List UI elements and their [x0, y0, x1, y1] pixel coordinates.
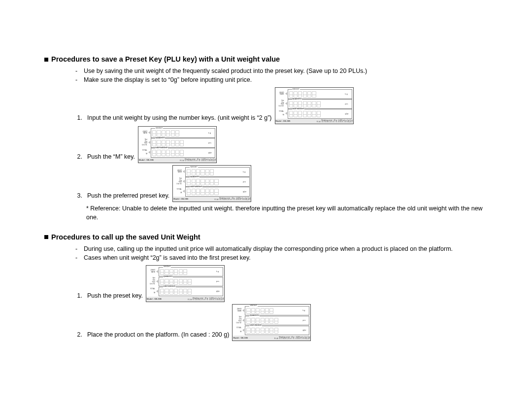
dash: -	[69, 75, 84, 84]
triangle-left-icon	[285, 92, 287, 95]
triangle-left-icon	[285, 102, 287, 105]
scale-display-panel: ZEROTARE WEIGHT k g NetQtySizeUnit W. QU…	[275, 87, 354, 124]
bullet-text: Make sure the display is set to “0g” bef…	[84, 75, 252, 84]
step-text: Push the “M” key.	[87, 153, 135, 163]
step-number: 2.	[67, 153, 87, 163]
step-row: 1. Push the preset key. ZEROTARE WEIGHT …	[67, 265, 493, 302]
section-2-title-text: Procedures to call up the saved Unit Wei…	[51, 232, 200, 242]
step-row: 3. Push the preferred preset key. ZEROTA…	[67, 165, 493, 202]
section-2-bullets: - During use, calling up the inputted un…	[44, 244, 493, 262]
step-number: 3.	[67, 192, 87, 202]
scale-display-panel: ZEROTARE WEIGHT k g NetQtySizeUnit W. QU…	[172, 165, 251, 202]
scale-display-panel: ZEROTARE WEIGHT k g NetQtySizeUnit W. QU…	[232, 304, 311, 341]
scale-display-panel: ZEROTARE WEIGHT k g NetQtySizeUnit W. QU…	[138, 126, 217, 163]
dash: -	[69, 67, 84, 75]
step-text: Push the preset key.	[87, 292, 143, 302]
section-1-title: Procedures to save a Preset Key (PLU key…	[44, 54, 493, 65]
section-2-title: Procedures to call up the saved Unit Wei…	[44, 232, 493, 242]
bullet-text: Cases when unit weight “2g” is saved int…	[84, 253, 251, 262]
bullet-square-icon	[44, 58, 48, 62]
step-text: Input the unit weight by using the numbe…	[87, 114, 272, 124]
scale-display-panel: ZEROTARE WEIGHT k g NetQtySizeUnit W. QU…	[146, 265, 225, 302]
bullet-square-icon	[44, 235, 48, 239]
triangle-left-icon	[285, 112, 287, 115]
step-number: 1.	[67, 292, 87, 302]
bullet-text: Use by saving the unit weight of the fre…	[84, 67, 367, 75]
step-number: 1.	[67, 114, 87, 124]
reference-note: * Reference: Unable to delete the inputt…	[44, 204, 493, 222]
section-1-bullets: - Use by saving the unit weight of the f…	[44, 67, 493, 84]
step-text: Place the product on the platform. (In c…	[87, 331, 229, 341]
step-text: Push the preferred preset key.	[87, 192, 169, 202]
step-row: 1. Input the unit weight by using the nu…	[67, 87, 493, 124]
bullet-text: During use, calling up the inputted unit…	[84, 244, 453, 253]
step-row: 2. Push the “M” key. ZEROTARE WEIGHT k g…	[67, 126, 493, 163]
section-1-title-text: Procedures to save a Preset Key (PLU key…	[51, 54, 280, 65]
step-number: 2.	[67, 331, 87, 341]
step-row: 2. Place the product on the platform. (I…	[67, 304, 493, 341]
